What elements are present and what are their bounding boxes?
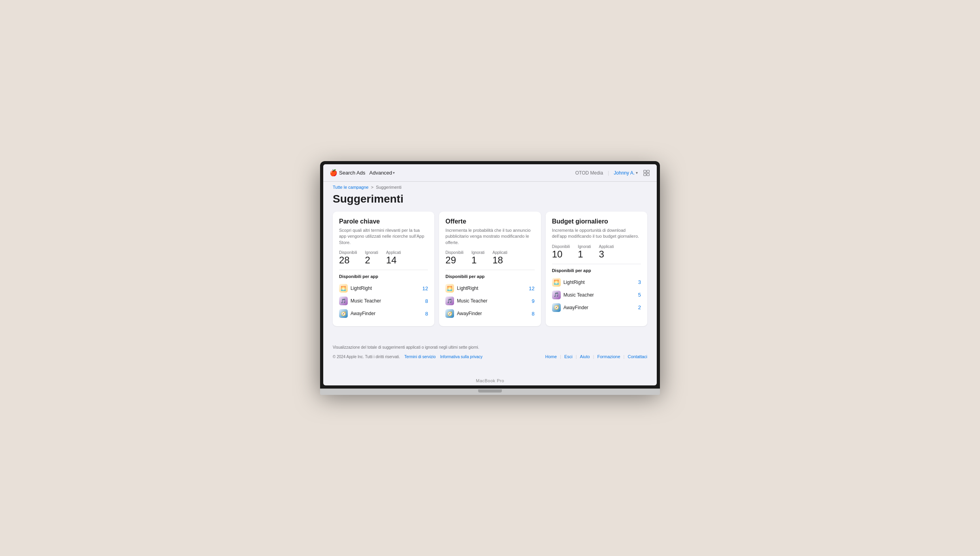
available-value: 29 — [445, 255, 464, 265]
awayfinder-icon: 🧭 — [445, 309, 454, 318]
app-name: LightRight — [457, 286, 478, 291]
app-row-lightright[interactable]: 🌅 LightRight 3 — [552, 276, 641, 289]
app-row-awayfinder[interactable]: 🧭 AwayFinder 8 — [445, 307, 534, 320]
card-budget-title: Budget giornaliero — [552, 218, 641, 225]
musicteacher-icon: 🎵 — [445, 297, 454, 305]
app-name: AwayFinder — [457, 311, 482, 316]
user-chevron-icon: ▾ — [636, 171, 638, 175]
app-row-awayfinder[interactable]: 🧭 AwayFinder 2 — [552, 301, 641, 314]
card-keywords-title: Parole chiave — [339, 218, 428, 225]
ignored-value: 1 — [578, 250, 591, 259]
advanced-label: Advanced — [369, 170, 392, 176]
footer: Visualizzazione del totale di suggerimen… — [323, 342, 657, 365]
breadcrumb-campaigns-link[interactable]: Tutte le campagne — [333, 185, 369, 190]
available-label: Disponibili — [445, 250, 464, 255]
app-left: 🧭 AwayFinder — [339, 309, 375, 318]
footer-nav: Home | Esci | Aiuto | Formazione | Conta… — [545, 354, 647, 359]
footer-nav-formazione[interactable]: Formazione — [597, 354, 620, 359]
laptop-screen: 🍎 Search Ads Advanced ▾ OTOD Media | Joh… — [320, 161, 660, 389]
breadcrumb-current: Suggerimenti — [376, 185, 401, 190]
stat-applied: Applicati 14 — [386, 250, 401, 265]
app-count: 8 — [425, 311, 428, 317]
footer-nav-aiuto[interactable]: Aiuto — [580, 354, 590, 359]
footer-sep: | — [576, 354, 577, 359]
divider — [552, 264, 641, 264]
apple-logo-icon: 🍎 — [330, 169, 337, 177]
privacy-link[interactable]: Informativa sulla privacy — [440, 355, 482, 359]
app-name: LightRight — [351, 286, 372, 291]
apps-label: Disponibili per app — [445, 274, 534, 279]
app-name: AwayFinder — [564, 305, 588, 310]
stat-available: Disponibili 29 — [445, 250, 464, 265]
stat-available: Disponibili 10 — [552, 244, 570, 259]
applied-value: 14 — [386, 255, 401, 265]
ignored-label: Ignorati — [365, 250, 378, 255]
breadcrumb-separator: > — [371, 185, 373, 190]
advanced-menu-button[interactable]: Advanced ▾ — [367, 169, 398, 177]
footer-left: © 2024 Apple Inc. Tutti i diritti riserv… — [333, 355, 482, 359]
app-count: 5 — [638, 292, 641, 298]
layout-toggle-icon[interactable] — [643, 169, 650, 177]
card-offerte-stats: Disponibili 29 Ignorati 1 Applicati 18 — [445, 250, 534, 265]
app-row-awayfinder[interactable]: 🧭 AwayFinder 8 — [339, 307, 428, 320]
app-count: 8 — [425, 298, 428, 304]
footer-nav-esci[interactable]: Esci — [564, 354, 573, 359]
app-name: Music Teacher — [351, 298, 381, 304]
app-row-lightright[interactable]: 🌅 LightRight 12 — [445, 282, 534, 295]
card-keywords-desc: Scopri quali altri termini rilevanti per… — [339, 227, 428, 246]
stat-ignored: Ignorati 1 — [578, 244, 591, 259]
card-budget-desc: Incrementa le opportunità di download de… — [552, 227, 641, 240]
applied-label: Applicati — [492, 250, 507, 255]
app-left: 🌅 LightRight — [552, 278, 585, 287]
org-name: OTOD Media — [575, 170, 603, 176]
ignored-value: 1 — [471, 255, 484, 265]
app-count: 3 — [638, 279, 641, 285]
card-offerte-title: Offerte — [445, 218, 534, 225]
app-count: 8 — [531, 311, 534, 317]
main-content: Suggerimenti Parole chiave Scopri quali … — [323, 190, 657, 342]
nav-right: OTOD Media | Johnny A. ▾ — [575, 169, 650, 177]
available-value: 28 — [339, 255, 357, 265]
stat-applied: Applicati 3 — [599, 244, 614, 259]
app-count: 12 — [422, 286, 428, 291]
awayfinder-icon: 🧭 — [552, 303, 561, 312]
app-name: AwayFinder — [351, 311, 375, 316]
lightright-icon: 🌅 — [445, 284, 454, 293]
app-count: 12 — [529, 286, 534, 291]
musicteacher-icon: 🎵 — [339, 297, 348, 305]
chevron-down-icon: ▾ — [393, 171, 395, 175]
terms-link[interactable]: Termini di servizio — [404, 355, 435, 359]
nav-bar: 🍎 Search Ads Advanced ▾ OTOD Media | Joh… — [323, 164, 657, 182]
user-menu-button[interactable]: Johnny A. ▾ — [614, 170, 638, 176]
search-ads-label: Search Ads — [339, 170, 366, 176]
footer-nav-contattaci[interactable]: Contattaci — [628, 354, 647, 359]
card-offerte-desc: Incrementa le probabilità che il tuo ann… — [445, 227, 534, 246]
footer-nav-home[interactable]: Home — [545, 354, 557, 359]
lightright-icon: 🌅 — [552, 278, 561, 287]
card-budget: Budget giornaliero Incrementa le opportu… — [546, 212, 647, 326]
musicteacher-icon: 🎵 — [552, 291, 561, 299]
divider — [445, 270, 534, 270]
footer-sep: | — [624, 354, 625, 359]
footer-sep: | — [560, 354, 561, 359]
app-left: 🌅 LightRight — [445, 284, 478, 293]
nav-left: 🍎 Search Ads Advanced ▾ — [330, 169, 397, 177]
applied-value: 3 — [599, 250, 614, 259]
app-name: Music Teacher — [564, 292, 594, 298]
card-keywords-stats: Disponibili 28 Ignorati 2 Applicati 14 — [339, 250, 428, 265]
app-row-musicteacher[interactable]: 🎵 Music Teacher 9 — [445, 295, 534, 307]
svg-rect-2 — [644, 173, 646, 176]
breadcrumb: Tutte le campagne > Suggerimenti — [323, 182, 657, 190]
app-row-musicteacher[interactable]: 🎵 Music Teacher 8 — [339, 295, 428, 307]
app-left: 🌅 LightRight — [339, 284, 372, 293]
stat-ignored: Ignorati 2 — [365, 250, 378, 265]
cards-grid: Parole chiave Scopri quali altri termini… — [333, 212, 647, 326]
app-row-lightright[interactable]: 🌅 LightRight 12 — [339, 282, 428, 295]
nav-separator: | — [608, 170, 609, 176]
app-left: 🧭 AwayFinder — [552, 303, 588, 312]
applied-value: 18 — [492, 255, 507, 265]
svg-rect-3 — [647, 173, 649, 176]
macbook-label: MacBook Pro — [476, 378, 504, 383]
laptop-notch — [478, 389, 502, 393]
app-row-musicteacher[interactable]: 🎵 Music Teacher 5 — [552, 289, 641, 301]
